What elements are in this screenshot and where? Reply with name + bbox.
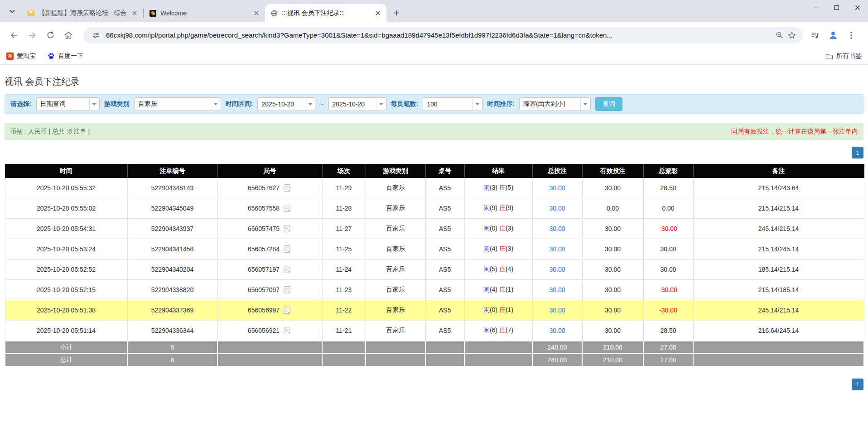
total-bet-link[interactable]: 30.00 (549, 327, 565, 334)
column-header-4: 游戏类别 (366, 164, 425, 178)
tab-bet-records[interactable]: :::视讯 会员下注纪录::: (265, 4, 386, 22)
maximize-button[interactable] (826, 0, 847, 15)
column-header-9: 总派彩 (643, 164, 693, 178)
close-icon[interactable] (252, 9, 260, 17)
mail-icon (27, 10, 35, 17)
filter-game-type-select[interactable]: 百家乐 (134, 97, 221, 111)
menu-dots-icon[interactable] (844, 28, 859, 43)
page-title: 视讯 会员下注纪录 (5, 76, 863, 88)
table-row: 2025-10-20 05:51:38522904337369656056997… (5, 300, 864, 321)
cell-total-bet: 30.00 (532, 178, 582, 198)
column-header-1: 注单编号 (127, 164, 217, 178)
cell-result (464, 341, 532, 354)
total-bet-link[interactable]: 30.00 (549, 245, 565, 253)
cell-total-bet: 30.00 (532, 259, 582, 280)
bookmark-baidu[interactable]: 百度一下 (48, 52, 83, 60)
cell-table-no: AS5 (425, 259, 464, 280)
column-header-5: 桌号 (425, 164, 464, 178)
cell-payout: -30.00 (643, 280, 693, 300)
cell-table-no: AS5 (425, 198, 464, 219)
round-detail-icon[interactable] (283, 245, 292, 254)
close-icon[interactable] (130, 9, 139, 17)
total-bet-link[interactable]: 30.00 (549, 266, 565, 273)
baidu-paw-icon (48, 53, 55, 60)
bookmark-star-icon[interactable] (786, 29, 798, 42)
table-header-row: 时间注单编号局号场次游戏类别桌号结果总投注有效投注总派彩备注 (5, 164, 864, 178)
bookmark-taobao[interactable]: 淘 爱淘宝 (6, 52, 36, 60)
round-detail-icon[interactable] (283, 204, 292, 213)
caret-down-icon (472, 98, 482, 110)
caret-down-icon (580, 98, 590, 110)
cell-session: 11-29 (322, 178, 366, 198)
round-detail-icon[interactable] (283, 326, 292, 335)
cell-note: 185.14/215.14 (693, 259, 864, 280)
total-bet-link[interactable]: 30.00 (549, 184, 565, 192)
tab-forum[interactable]: 【新提醒】海燕策略论坛 - 综合 (22, 4, 143, 22)
round-detail-icon[interactable] (283, 183, 292, 192)
round-detail-icon[interactable] (283, 224, 292, 233)
minimize-button[interactable] (805, 0, 826, 15)
table-row: 2025-10-20 05:55:02522904345049656057558… (5, 198, 864, 219)
cell-result (464, 354, 532, 366)
close-icon[interactable] (374, 9, 382, 17)
all-bookmarks-button[interactable]: 所有书签 (825, 52, 862, 60)
round-detail-icon[interactable] (283, 306, 292, 315)
search-button[interactable]: 查询 (595, 97, 622, 111)
forward-icon[interactable] (24, 28, 40, 43)
round-detail-icon[interactable] (283, 265, 292, 274)
close-window-button[interactable] (847, 0, 868, 15)
caret-down-icon (89, 98, 99, 110)
filter-mode-select[interactable]: 日期查询 (36, 97, 100, 111)
url-text[interactable]: 66cxkj98.com/ipl/portal.php/game/betreco… (106, 31, 769, 39)
table-row: 2025-10-20 05:54:31522904343937656057475… (5, 219, 864, 239)
cell-session: 11-27 (322, 219, 366, 239)
total-bet-link[interactable]: 30.00 (549, 286, 565, 293)
filter-date-to-select[interactable]: 2025-10-20 (328, 97, 386, 111)
cell-result: 闲(3) 庄(5) (464, 178, 532, 198)
cell-note: 245.14/215.14 (693, 300, 864, 321)
zoom-icon[interactable] (773, 29, 786, 42)
filter-page-size-select[interactable]: 100 (423, 97, 482, 111)
summary-total-bet: 240.00 (532, 354, 582, 366)
cell-round-id (217, 354, 322, 366)
cell-round-id: 656057284 (217, 239, 322, 259)
cell-table-no (425, 341, 464, 354)
table-row: 2025-10-20 05:52:15522904338820656057097… (5, 280, 864, 300)
page-1-button[interactable]: 1 (852, 147, 863, 158)
filter-mode-label: 请选择: (10, 100, 32, 108)
back-icon[interactable] (6, 28, 22, 43)
summary-notice-text: 同局有效投注，统一计算在该局第一张注单内 (731, 128, 858, 136)
total-bet-link[interactable]: 30.00 (549, 225, 565, 232)
new-tab-button[interactable] (390, 6, 403, 19)
column-header-0: 时间 (5, 164, 127, 178)
summary-valid-bet: 210.00 (582, 341, 643, 354)
total-bet-link[interactable]: 30.00 (549, 205, 565, 212)
total-bet-link[interactable]: 30.00 (549, 307, 565, 314)
filter-date-from-select[interactable]: 2025-10-20 (257, 97, 315, 111)
filter-sort-select[interactable]: 降幂(由大到小) (519, 97, 591, 111)
cell-time: 2025-10-20 05:53:24 (5, 239, 127, 259)
summary-count: 8 (127, 354, 217, 366)
profile-avatar-icon[interactable] (825, 28, 841, 43)
summary-label: 总计 (5, 354, 127, 366)
caret-down-icon (376, 98, 386, 110)
media-control-icon[interactable] (807, 28, 823, 43)
cell-note: 215.14/215.14 (693, 198, 864, 219)
summary-payout: 27.00 (643, 354, 693, 366)
chevron-down-icon[interactable] (5, 5, 19, 18)
cell-session: 11-24 (322, 259, 366, 280)
cell-time: 2025-10-20 05:52:52 (5, 259, 127, 280)
cell-result: 闲(6) 庄(7) (464, 321, 532, 341)
reload-icon[interactable] (43, 28, 58, 43)
cell-bet-id: 522904337369 (127, 300, 217, 321)
home-icon[interactable] (61, 28, 76, 43)
cell-table-no: AS5 (425, 178, 464, 198)
page-1-button[interactable]: 1 (852, 379, 863, 390)
cell-total-bet: 30.00 (532, 198, 582, 219)
cell-table-no: AS5 (425, 300, 464, 321)
summary-total-bet: 240.00 (532, 341, 582, 354)
tab-welcome[interactable]: Welcome (144, 4, 265, 22)
round-detail-icon[interactable] (283, 285, 292, 294)
url-bar[interactable]: 66cxkj98.com/ipl/portal.php/game/betreco… (83, 27, 803, 43)
site-settings-icon[interactable] (90, 29, 102, 42)
